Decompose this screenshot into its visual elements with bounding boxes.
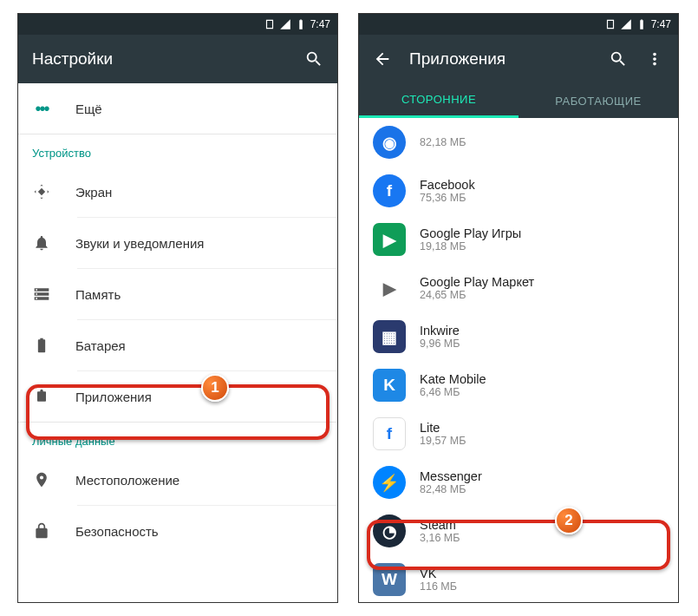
label-apps: Приложения bbox=[75, 390, 152, 404]
app-row-unknown[interactable]: ◉82,18 МБ bbox=[359, 118, 678, 167]
tabs: СТОРОННИЕ РАБОТАЮЩИЕ bbox=[359, 83, 678, 118]
app-row-vk[interactable]: WVK116 МБ bbox=[359, 555, 678, 602]
row-apps[interactable]: Приложения bbox=[18, 371, 337, 422]
app-name: Google Play Игры bbox=[420, 226, 521, 240]
page-title: Настройки bbox=[32, 49, 287, 69]
app-name: Facebook bbox=[420, 178, 475, 192]
app-row-kate-mobile[interactable]: KKate Mobile6,46 МБ bbox=[359, 361, 678, 410]
row-display[interactable]: Экран bbox=[18, 167, 337, 217]
app-name: Lite bbox=[420, 421, 466, 435]
app-size: 19,57 МБ bbox=[420, 435, 466, 447]
status-bar: 7:47 bbox=[359, 14, 678, 35]
app-name: Steam bbox=[420, 518, 460, 532]
settings-list: ••• Ещё Устройство Экран Звуки и уведомл… bbox=[18, 83, 337, 602]
status-time: 7:47 bbox=[310, 18, 330, 30]
app-size: 75,36 МБ bbox=[420, 192, 475, 204]
signal-icon bbox=[620, 18, 632, 30]
row-battery[interactable]: Батарея bbox=[18, 320, 337, 370]
back-button[interactable] bbox=[373, 49, 392, 69]
app-name: Messenger bbox=[420, 469, 482, 483]
storage-icon bbox=[33, 285, 50, 303]
app-name: VK bbox=[420, 567, 457, 580]
app-bar-apps: Приложения bbox=[359, 35, 678, 83]
row-more[interactable]: ••• Ещё bbox=[18, 83, 337, 134]
label-storage: Память bbox=[75, 287, 121, 302]
app-icon: f bbox=[373, 417, 406, 450]
app-list[interactable]: ◉82,18 МБfFacebook75,36 МБ▶Google Play И… bbox=[359, 118, 678, 602]
lock-icon bbox=[33, 522, 50, 540]
sim-icon bbox=[264, 18, 276, 30]
app-icon: ⚡ bbox=[373, 466, 406, 499]
battery-setting-icon bbox=[33, 337, 50, 354]
search-button[interactable] bbox=[304, 49, 323, 69]
app-size: 6,46 МБ bbox=[420, 386, 486, 398]
page-title: Приложения bbox=[409, 49, 591, 69]
label-location: Местоположение bbox=[75, 473, 179, 488]
row-security[interactable]: Безопасность bbox=[18, 506, 337, 556]
bell-icon bbox=[33, 234, 50, 252]
overflow-button[interactable] bbox=[645, 49, 664, 69]
label-more: Ещё bbox=[75, 102, 102, 116]
badge-2: 2 bbox=[555, 507, 583, 534]
search-button[interactable] bbox=[609, 49, 628, 69]
app-size: 9,96 МБ bbox=[420, 337, 460, 350]
tab-third-party[interactable]: СТОРОННИЕ bbox=[359, 83, 519, 118]
app-row-google-play-маркет[interactable]: ▶Google Play Маркет24,65 МБ bbox=[359, 264, 678, 312]
app-row-google-play-игры[interactable]: ▶Google Play Игры19,18 МБ bbox=[359, 215, 678, 264]
app-icon: ▦ bbox=[373, 320, 406, 353]
app-row-facebook[interactable]: fFacebook75,36 МБ bbox=[359, 167, 678, 215]
label-security: Безопасность bbox=[75, 524, 159, 539]
app-row-inkwire[interactable]: ▦Inkwire9,96 МБ bbox=[359, 312, 678, 361]
sim-icon bbox=[604, 18, 616, 30]
label-battery: Батарея bbox=[75, 338, 126, 353]
app-icon: f bbox=[373, 174, 406, 207]
app-icon: ▶ bbox=[373, 272, 406, 305]
row-location[interactable]: Местоположение bbox=[18, 455, 337, 505]
app-row-messenger[interactable]: ⚡Messenger82,48 МБ bbox=[359, 458, 678, 507]
row-sound[interactable]: Звуки и уведомления bbox=[18, 218, 337, 268]
app-bar-settings: Настройки bbox=[18, 35, 337, 83]
app-size: 19,18 МБ bbox=[420, 240, 521, 252]
app-size: 116 МБ bbox=[420, 580, 457, 593]
battery-icon bbox=[295, 18, 307, 30]
apps-icon bbox=[33, 388, 50, 405]
app-name: Kate Mobile bbox=[420, 372, 486, 386]
label-display: Экран bbox=[75, 185, 112, 200]
section-personal: Личные данные bbox=[18, 423, 337, 455]
app-row-lite[interactable]: fLite19,57 МБ bbox=[359, 410, 678, 458]
display-icon bbox=[33, 183, 50, 200]
app-icon: ◉ bbox=[373, 126, 406, 159]
status-bar: 7:47 bbox=[18, 14, 337, 35]
signal-icon bbox=[279, 18, 291, 30]
app-icon: ▶ bbox=[373, 223, 406, 256]
app-size: 3,16 МБ bbox=[420, 532, 460, 544]
app-row-steam[interactable]: ◔Steam3,16 МБ bbox=[359, 507, 678, 555]
app-icon: W bbox=[373, 563, 406, 596]
section-device: Устройство bbox=[18, 134, 337, 167]
battery-icon bbox=[636, 18, 648, 30]
app-size: 82,48 МБ bbox=[420, 483, 482, 495]
status-time: 7:47 bbox=[651, 18, 671, 30]
location-icon bbox=[33, 471, 50, 488]
badge-1: 1 bbox=[201, 374, 229, 402]
more-icon: ••• bbox=[35, 99, 48, 119]
row-storage[interactable]: Память bbox=[18, 269, 337, 319]
app-size: 82,18 МБ bbox=[420, 136, 466, 148]
phone-settings: 7:47 Настройки ••• Ещё Устройство Экран … bbox=[17, 13, 338, 603]
phone-apps: 7:47 Приложения СТОРОННИЕ РАБОТАЮЩИЕ ◉82… bbox=[358, 13, 679, 603]
app-size: 24,65 МБ bbox=[420, 289, 534, 301]
app-icon: K bbox=[373, 369, 406, 402]
app-icon: ◔ bbox=[373, 514, 406, 547]
app-name: Inkwire bbox=[420, 324, 460, 337]
app-name: Google Play Маркет bbox=[420, 275, 534, 289]
label-sound: Звуки и уведомления bbox=[75, 236, 204, 251]
tab-running[interactable]: РАБОТАЮЩИЕ bbox=[519, 83, 678, 118]
